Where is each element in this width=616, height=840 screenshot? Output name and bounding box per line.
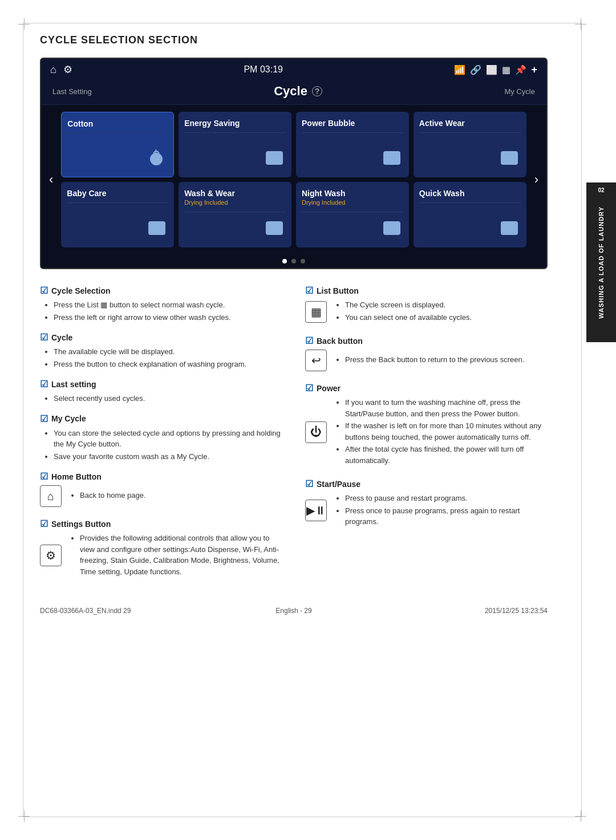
nav-arrow-right[interactable]: › bbox=[529, 172, 544, 187]
check-icon: ☑ bbox=[305, 478, 313, 489]
bullet-item: Press the List ▦ button to select normal… bbox=[54, 299, 282, 311]
section-title-text: Settings Button bbox=[51, 520, 111, 529]
cycles-grid: CottonEnergy SavingPower BubbleActive We… bbox=[59, 112, 528, 247]
pagination bbox=[41, 254, 546, 268]
cycle-card-night-wash[interactable]: Night WashDrying Included bbox=[296, 182, 409, 247]
settings-icon-status[interactable]: ⚙ bbox=[63, 63, 72, 76]
section-title-text: Home Button bbox=[51, 472, 102, 481]
desc-grid: ☑Cycle SelectionPress the List ▦ button … bbox=[40, 285, 548, 590]
cycle-card-energy-saving[interactable]: Energy Saving bbox=[179, 112, 291, 177]
section-title: CYCLE SELECTION SECTION bbox=[40, 34, 548, 46]
bullet-item: After the total cycle has finished, the … bbox=[345, 444, 548, 466]
cycle-name: Wash & Wear bbox=[184, 189, 235, 198]
pagination-dot-1[interactable] bbox=[291, 259, 296, 263]
footer-filename: DC68-03366A-03_EN.indd 29 bbox=[40, 607, 143, 615]
bullet-item: The Cycle screen is displayed. bbox=[345, 299, 472, 311]
cycle-name: Cotton bbox=[67, 119, 93, 128]
crosshair-top-left bbox=[18, 18, 30, 30]
status-time: PM 03:19 bbox=[244, 64, 282, 75]
bullet-item: Press the Back button to return to the p… bbox=[345, 354, 524, 366]
section-title-text: Last setting bbox=[51, 380, 96, 389]
section-icon-box: ▦ bbox=[305, 301, 327, 323]
cycle-card-wash-&-wear[interactable]: Wash & WearDrying Included bbox=[179, 182, 291, 247]
cycle-icon bbox=[498, 217, 521, 242]
section-title-text: Cycle Selection bbox=[51, 286, 111, 295]
cycle-icon bbox=[145, 147, 168, 171]
pagination-dot-2[interactable] bbox=[301, 259, 305, 263]
bullet-item: Select recently used cycles. bbox=[54, 393, 282, 404]
svg-point-16 bbox=[390, 229, 392, 231]
cycles-container: ‹ CottonEnergy SavingPower BubbleActive … bbox=[41, 105, 546, 254]
list-icon[interactable]: ▦ bbox=[502, 64, 510, 75]
check-icon: ☑ bbox=[40, 471, 48, 482]
footer-date: 2015/12/25 13:23:54 bbox=[445, 607, 548, 615]
my-cycle-label[interactable]: My Cycle bbox=[505, 87, 535, 96]
nav-arrow-left[interactable]: ‹ bbox=[43, 172, 59, 187]
cycle-card-quick-wash[interactable]: Quick Wash bbox=[414, 182, 526, 247]
icon-box-row: ▶⏸Press to pause and restart programs.Pr… bbox=[305, 493, 548, 529]
bullet-item: Press the button to check explanation of… bbox=[54, 359, 282, 370]
svg-point-3 bbox=[279, 153, 281, 155]
back-icon[interactable]: 📌 bbox=[515, 64, 526, 75]
icon-box-row: ▦The Cycle screen is displayed.You can s… bbox=[305, 299, 472, 324]
desc-section-last-setting: ☑Last settingSelect recently used cycles… bbox=[40, 379, 282, 404]
svg-point-13 bbox=[272, 229, 274, 231]
pagination-dot-0[interactable] bbox=[282, 259, 287, 263]
cycle-bar: Last Setting Cycle ? My Cycle bbox=[41, 80, 546, 105]
cycle-icon bbox=[145, 217, 168, 242]
desc-section-my-cycle: ☑My CycleYou can store the selected cycl… bbox=[40, 413, 282, 462]
cycle-icon bbox=[380, 217, 403, 242]
cycle-card-active-wear[interactable]: Active Wear bbox=[414, 112, 526, 177]
svg-point-19 bbox=[507, 229, 509, 231]
cycle-icon bbox=[263, 147, 286, 172]
cycle-sub: Drying Included bbox=[184, 199, 228, 206]
status-bar: ⌂ ⚙ PM 03:19 📶 🔗 ⬜ ▦ 📌 + bbox=[41, 59, 546, 80]
icon-box-row: ⚙Provides the following additional contr… bbox=[40, 533, 282, 578]
cycle-card-cotton[interactable]: Cotton bbox=[61, 112, 174, 177]
plus-icon[interactable]: + bbox=[531, 64, 537, 76]
desc-section-settings-button: ☑Settings Button⚙Provides the following … bbox=[40, 518, 282, 581]
cycle-label: Cycle ? bbox=[274, 84, 322, 99]
desc-section-back-button: ☑Back button↩Press the Back button to re… bbox=[305, 335, 548, 374]
section-icon-box: ↩ bbox=[305, 350, 327, 371]
last-setting-label[interactable]: Last Setting bbox=[52, 87, 92, 96]
section-title-text: Back button bbox=[317, 336, 363, 346]
desc-title-my-cycle: ☑My Cycle bbox=[40, 413, 282, 424]
cycle-card-baby-care[interactable]: Baby Care bbox=[61, 182, 174, 247]
home-icon-status[interactable]: ⌂ bbox=[50, 64, 56, 76]
link-icon: 🔗 bbox=[470, 64, 481, 75]
wifi-icon: 📶 bbox=[454, 64, 465, 75]
bullet-item: You can store the selected cycle and opt… bbox=[54, 428, 282, 450]
section-icon-box: ⏻ bbox=[305, 421, 327, 443]
bullet-item: Press the left or right arrow to view ot… bbox=[54, 312, 282, 323]
desc-column: ☑List Button▦The Cycle screen is display… bbox=[305, 285, 548, 590]
device-screen: ⌂ ⚙ PM 03:19 📶 🔗 ⬜ ▦ 📌 + Last Setting Cy… bbox=[40, 58, 548, 269]
cycle-icon bbox=[380, 147, 403, 172]
bullet-item: Save your favorite custom wash as a My C… bbox=[54, 451, 282, 462]
page-footer: DC68-03366A-03_EN.indd 29 English - 29 2… bbox=[40, 607, 548, 615]
side-tab: 02 WASHING A LOAD OF LAUNDRY bbox=[586, 182, 616, 342]
section-title-text: Cycle bbox=[51, 333, 72, 342]
footer-page: English - 29 bbox=[143, 607, 445, 615]
cycle-help-icon[interactable]: ? bbox=[312, 86, 322, 96]
desc-section-start-pause: ☑Start/Pause▶⏸Press to pause and restart… bbox=[305, 478, 548, 531]
section-title-text: My Cycle bbox=[51, 414, 86, 423]
cycle-card-power-bubble[interactable]: Power Bubble bbox=[296, 112, 409, 177]
page-border-bottom bbox=[23, 817, 582, 817]
section-title-text: Start/Pause bbox=[317, 480, 360, 489]
bullet-item: If the washer is left on for more than 1… bbox=[345, 420, 548, 443]
cycle-icon bbox=[498, 147, 521, 172]
check-icon: ☑ bbox=[40, 413, 48, 424]
side-tab-number: 02 bbox=[586, 187, 616, 193]
cycle-sub: Drying Included bbox=[302, 199, 345, 206]
desc-title-home-button: ☑Home Button bbox=[40, 471, 282, 482]
desc-title-last-setting: ☑Last setting bbox=[40, 379, 282, 389]
door-icon: ⬜ bbox=[486, 64, 497, 75]
page-border-left bbox=[23, 23, 23, 817]
section-title-text: Power bbox=[317, 384, 341, 393]
bullet-item: Press to pause and restart programs. bbox=[345, 493, 548, 504]
desc-section-cycle-selection: ☑Cycle SelectionPress the List ▦ button … bbox=[40, 285, 282, 323]
cycle-name: Night Wash bbox=[302, 189, 345, 198]
desc-title-settings-button: ☑Settings Button bbox=[40, 518, 282, 529]
desc-section-power: ☑Power⏻If you want to turn the washing m… bbox=[305, 383, 548, 469]
